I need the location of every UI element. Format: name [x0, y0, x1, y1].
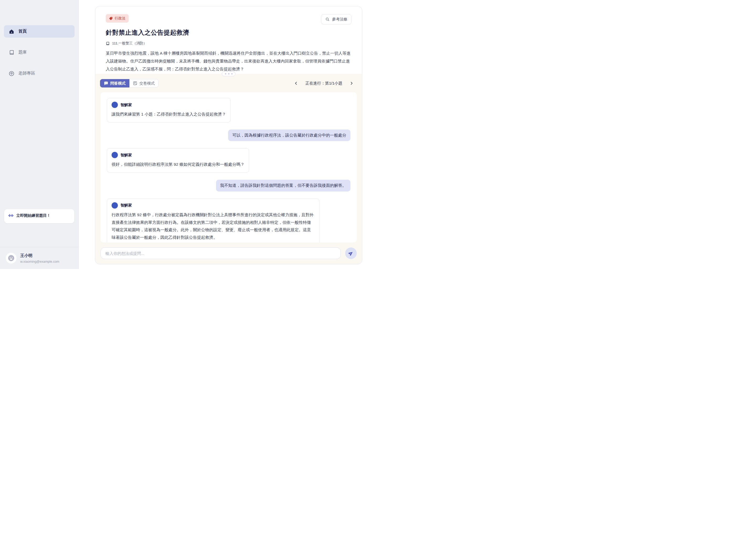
- sidebar: 首頁 題庫 老師專區 立即開始練習題目！ 王小明 w.xiaoming@exam…: [0, 0, 79, 269]
- chat-panel: 智解家 讓我們來練習第 1 小題：乙得否針對禁止進入之公告提起救濟？ 可以，因為…: [101, 92, 357, 242]
- send-button[interactable]: [345, 247, 357, 259]
- assistant-avatar: [112, 202, 118, 209]
- assistant-message-text: 接下來，你可以思考如果乙對公告不服，應如何進行進一步的救濟？: [112, 242, 315, 242]
- avatar: [6, 253, 17, 263]
- book-icon: [106, 41, 110, 45]
- chat-bubble-icon: [104, 81, 108, 85]
- sidebar-item-question-bank[interactable]: 題庫: [4, 46, 74, 59]
- progress-nav: 正在進行：第1/1小題: [294, 81, 354, 86]
- prev-question-button[interactable]: [294, 81, 298, 85]
- paper-plane-icon: [347, 249, 354, 257]
- assistant-message-text: 讓我們來練習第 1 小題：乙得否針對禁止進入之公告提起救濟？: [112, 111, 226, 118]
- start-practice-label: 立即開始練習題目！: [16, 213, 51, 218]
- modes-row: 問答模式 交卷模式 正在進行：第1/1小題: [95, 79, 362, 87]
- collapse-question-pill[interactable]: [222, 72, 235, 77]
- practice-section: 問答模式 交卷模式 正在進行：第1/1小題: [95, 74, 362, 264]
- user-email: w.xiaoming@example.com: [20, 260, 59, 263]
- assistant-message: 智解家 行政程序法第 92 條中，行政處分被定義為行政機關針對公法上具體事件所進…: [107, 198, 319, 242]
- user-footer[interactable]: 王小明 w.xiaoming@example.com: [0, 247, 78, 269]
- book-icon: [9, 50, 15, 55]
- tab-submit-mode[interactable]: 交卷模式: [129, 79, 159, 87]
- mode-tabs: 問答模式 交卷模式: [100, 79, 159, 87]
- sidebar-item-teacher-zone[interactable]: 老師專區: [4, 67, 74, 80]
- sidebar-item-label: 題庫: [19, 50, 27, 55]
- next-question-button[interactable]: [350, 81, 354, 85]
- tag-icon: [109, 17, 113, 21]
- assistant-name: 智解家: [120, 203, 132, 208]
- assistant-message-text: 行政程序法第 92 條中，行政處分被定義為行政機關針對公法上具體事件所進行的決定…: [112, 211, 315, 242]
- question-source-label: 111.一般警三（消防）: [112, 41, 147, 46]
- reference-law-label: 參考法條: [332, 17, 347, 22]
- main-content: 行政法 參考法條 針對禁止進入之公告提起救濟 111.一般警三（消防） 某日甲市…: [79, 0, 378, 269]
- assistant-avatar: [112, 102, 118, 108]
- chat-input[interactable]: [101, 247, 341, 259]
- question-source: 111.一般警三（消防）: [106, 41, 352, 46]
- assistant-message: 智解家 很好，但能詳細說明行政程序法第 92 條如何定義行政處分和一般處分嗎？: [107, 148, 249, 173]
- assistant-message: 智解家 讓我們來練習第 1 小題：乙得否針對禁止進入之公告提起救濟？: [107, 98, 231, 123]
- sidebar-item-label: 老師專區: [19, 71, 35, 76]
- gem-icon: [9, 71, 15, 77]
- user-message: 可以，因為根據行政程序法，該公告屬於行政處分中的一般處分: [228, 130, 351, 141]
- start-practice-cta[interactable]: 立即開始練習題目！: [4, 209, 74, 223]
- assistant-name: 智解家: [120, 153, 132, 158]
- home-icon: [9, 28, 15, 34]
- reference-law-button[interactable]: 參考法條: [321, 14, 352, 25]
- sidebar-item-label: 首頁: [19, 28, 27, 34]
- user-meta: 王小明 w.xiaoming@example.com: [20, 253, 59, 263]
- sidebar-nav: 首頁 題庫 老師專區: [0, 0, 78, 80]
- assistant-avatar: [112, 152, 118, 158]
- question-card: 行政法 參考法條 針對禁止進入之公告提起救濟 111.一般警三（消防） 某日甲市…: [95, 6, 362, 264]
- dumbbell-icon: [8, 213, 13, 218]
- ellipsis-icon: [225, 73, 226, 75]
- sidebar-item-home[interactable]: 首頁: [4, 25, 74, 37]
- progress-status: 正在進行：第1/1小題: [305, 81, 342, 86]
- question-body: 某日甲市發生強烈地震，該地 A 棟十層樓房因地基裂開而傾斜，機關迅速將住戶全部撤…: [106, 49, 352, 73]
- subject-badge-label: 行政法: [115, 16, 125, 21]
- search-icon: [325, 17, 330, 22]
- assistant-name: 智解家: [120, 102, 132, 107]
- tab-qa-mode[interactable]: 問答模式: [100, 79, 129, 87]
- subject-badge: 行政法: [106, 14, 129, 23]
- tab-submit-label: 交卷模式: [139, 81, 155, 86]
- user-name: 王小明: [20, 253, 59, 258]
- question-title: 針對禁止進入之公告提起救濟: [106, 28, 352, 37]
- tab-qa-label: 問答模式: [110, 81, 125, 86]
- document-edit-icon: [133, 81, 137, 85]
- user-message: 我不知道，請告訴我針對這個問題的答案，但不要告訴我後面的解答。: [216, 180, 351, 191]
- composer: [101, 247, 357, 259]
- assistant-message-text: 很好，但能詳細說明行政程序法第 92 條如何定義行政處分和一般處分嗎？: [112, 161, 244, 168]
- question-header: 行政法 參考法條 針對禁止進入之公告提起救濟 111.一般警三（消防） 某日甲市…: [95, 6, 362, 73]
